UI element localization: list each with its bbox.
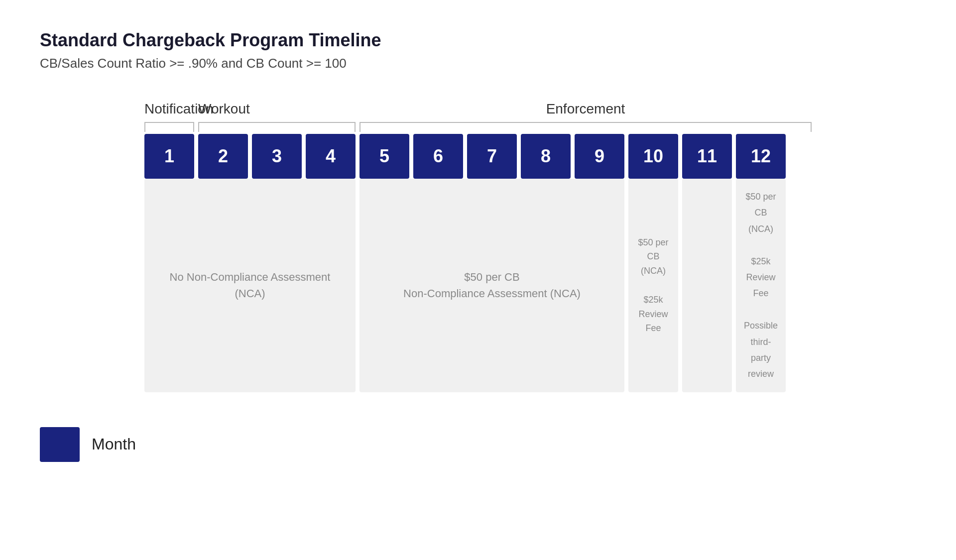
month-5: 5 xyxy=(359,134,409,179)
panel-month-11 xyxy=(682,179,732,392)
months-row: 1 2 3 4 5 6 7 8 9 10 11 12 xyxy=(144,134,812,179)
panel-months-5-9: $50 per CB Non-Compliance Assessment (NC… xyxy=(359,179,624,392)
phase-label-workout: Workout xyxy=(198,101,356,117)
bracket-notification xyxy=(144,118,194,132)
month-8: 8 xyxy=(521,134,571,179)
month-3: 3 xyxy=(252,134,302,179)
subtitle: CB/Sales Count Ratio >= .90% and CB Coun… xyxy=(40,56,916,71)
bracket-row xyxy=(144,118,812,132)
month-12: 12 xyxy=(736,134,786,179)
panel-month-12: $50 per CB (NCA) $25k Review Fee Possibl… xyxy=(736,179,786,392)
panel-month-10: $50 per CB (NCA) $25k Review Fee xyxy=(628,179,678,392)
legend-label: Month xyxy=(92,435,136,453)
phase-label-notification: Notification xyxy=(144,101,194,117)
month-10: 10 xyxy=(628,134,678,179)
phase-label-enforcement: Enforcement xyxy=(359,101,812,117)
month-7: 7 xyxy=(467,134,517,179)
info-panels-row: No Non-Compliance Assessment (NCA) $50 p… xyxy=(144,179,812,392)
chart-area: Notification Workout Enforcement 1 2 3 4 xyxy=(144,101,812,392)
panel-12-text: $50 per CB (NCA) $25k Review Fee Possibl… xyxy=(744,189,778,382)
panel-10-text: $50 per CB (NCA) $25k Review Fee xyxy=(636,235,670,336)
legend-color-box xyxy=(40,427,80,462)
page-title: Standard Chargeback Program Timeline xyxy=(40,30,916,51)
month-2: 2 xyxy=(198,134,248,179)
month-1: 1 xyxy=(144,134,194,179)
bracket-enforcement xyxy=(359,118,812,132)
bracket-workout xyxy=(198,118,356,132)
panel-1-4-text: No Non-Compliance Assessment (NCA) xyxy=(170,269,331,302)
panel-5-9-text: $50 per CB Non-Compliance Assessment (NC… xyxy=(403,269,581,302)
month-4: 4 xyxy=(306,134,356,179)
month-6: 6 xyxy=(413,134,463,179)
month-11: 11 xyxy=(682,134,732,179)
legend: Month xyxy=(40,427,916,462)
month-9: 9 xyxy=(575,134,624,179)
panel-months-1-4: No Non-Compliance Assessment (NCA) xyxy=(144,179,356,392)
